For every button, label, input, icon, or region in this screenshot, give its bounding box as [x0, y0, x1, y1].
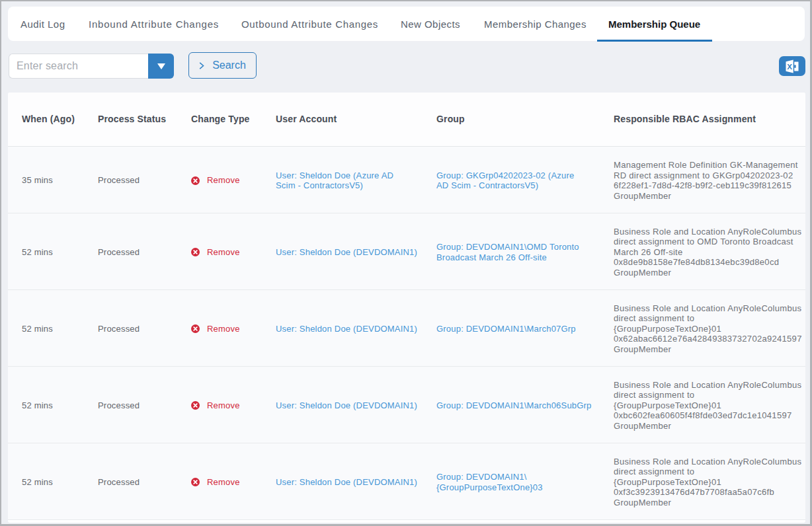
svg-text:X: X: [787, 62, 792, 70]
